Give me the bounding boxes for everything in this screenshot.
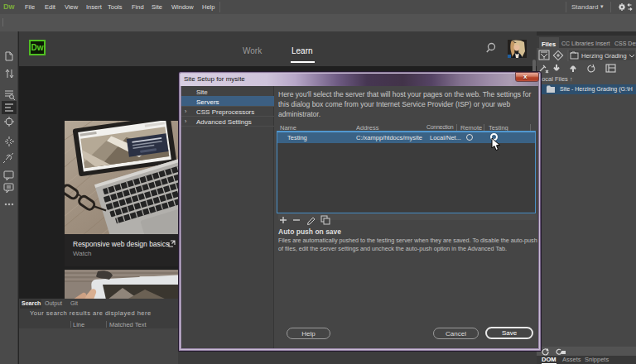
svg-text:Herzing Grading: Herzing Grading bbox=[581, 52, 627, 60]
